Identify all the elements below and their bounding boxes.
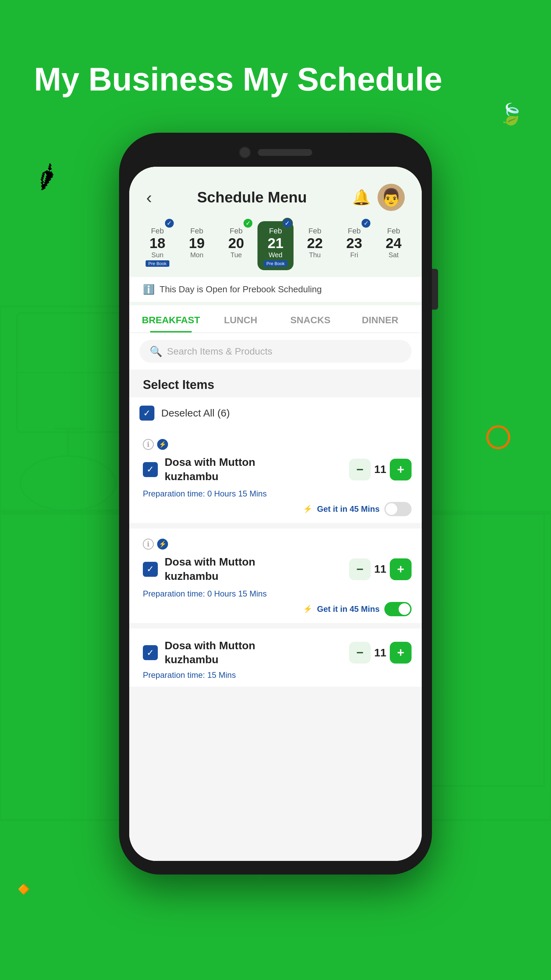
phone-speaker	[258, 149, 312, 156]
cal-check-23: ✓	[360, 218, 372, 229]
qty-minus-3[interactable]: −	[349, 642, 371, 663]
qty-minus-2[interactable]: −	[349, 558, 371, 580]
prep-time-2: Preparation time: 0 Hours 15 Mins	[140, 589, 411, 598]
cal-check-20: ✓	[243, 218, 253, 229]
app-header: ‹ Schedule Menu 🔔 👨	[129, 167, 422, 218]
orange-circle-decoration	[486, 425, 510, 449]
phone-camera	[239, 146, 251, 159]
tab-lunch[interactable]: LUNCH	[206, 305, 275, 332]
fast-flash-1: ⚡	[303, 504, 312, 514]
cal-day-24[interactable]: Feb 24 Sat	[375, 221, 411, 270]
qty-plus-1[interactable]: +	[390, 459, 411, 480]
info-icon: ℹ️	[143, 284, 155, 295]
toggle-2[interactable]	[384, 602, 411, 616]
fast-row-2: ⚡ Get it in 45 Mins	[140, 602, 411, 616]
page-title: My Business My Schedule	[34, 61, 442, 97]
item-icons-row-1: ℹ ⚡	[140, 439, 411, 450]
green-deco-top-right: 🍃	[498, 102, 524, 126]
qty-control-2: − 11 +	[349, 558, 411, 580]
qty-num-2: 11	[374, 563, 386, 576]
qty-plus-3[interactable]: +	[390, 642, 411, 663]
search-bar[interactable]: 🔍 Search Items & Products	[140, 340, 411, 363]
calendar-strip: ✓ Feb 18 Sun Pre Book Feb 19 Mon ✓ Feb 2…	[129, 218, 422, 277]
item-name-3: Dosa with Mutton kuzhambu	[165, 639, 280, 667]
item-row-1: ✓ Dosa with Mutton kuzhambu − 11 +	[140, 455, 411, 484]
app-content: ‹ Schedule Menu 🔔 👨 ✓ Feb 18 Sun Pre Boo…	[129, 167, 422, 861]
back-button[interactable]: ‹	[146, 188, 152, 207]
cal-check-21: ✓	[282, 218, 293, 229]
item-flash-icon-2: ⚡	[157, 539, 168, 550]
toggle-circle-2	[399, 603, 410, 615]
item-left-3: ✓ Dosa with Mutton kuzhambu	[143, 639, 280, 667]
fast-label-1: Get it in 45 Mins	[317, 504, 380, 514]
bell-icon[interactable]: 🔔	[352, 189, 371, 206]
tab-dinner[interactable]: DINNER	[345, 305, 415, 332]
tab-snacks[interactable]: SNACKS	[275, 305, 345, 332]
select-section: Select Items	[129, 369, 422, 398]
search-icon: 🔍	[150, 345, 162, 357]
deselect-checkbox[interactable]: ✓	[140, 406, 154, 421]
item-name-1: Dosa with Mutton kuzhambu	[165, 455, 280, 484]
info-bar: ℹ️ This Day is Open for Prebook Scheduli…	[129, 277, 422, 302]
tab-breakfast[interactable]: BREAKFAST	[136, 305, 206, 332]
qty-plus-2[interactable]: +	[390, 558, 411, 580]
phone-notch	[239, 146, 312, 159]
item-left-2: ✓ Dosa with Mutton kuzhambu	[143, 555, 280, 583]
qty-minus-1[interactable]: −	[349, 459, 371, 480]
select-title: Select Items	[143, 378, 408, 392]
cal-check-18: ✓	[164, 218, 175, 229]
phone-side-button	[432, 269, 438, 310]
svg-point-4	[21, 456, 116, 511]
meal-tabs: BREAKFAST LUNCH SNACKS DINNER	[129, 305, 422, 333]
fast-flash-2: ⚡	[303, 605, 312, 614]
header-icons: 🔔 👨	[352, 184, 405, 211]
phone-frame: ‹ Schedule Menu 🔔 👨 ✓ Feb 18 Sun Pre Boo…	[119, 133, 432, 875]
qty-control-1: − 11 +	[349, 459, 411, 480]
item-checkbox-2[interactable]: ✓	[143, 562, 158, 577]
cal-day-23[interactable]: ✓ Feb 23 Fri	[337, 221, 372, 270]
cal-day-18[interactable]: ✓ Feb 18 Sun Pre Book	[140, 221, 176, 270]
item-name-2: Dosa with Mutton kuzhambu	[165, 555, 280, 583]
item-row-2: ✓ Dosa with Mutton kuzhambu − 11 +	[140, 555, 411, 583]
item-card-3: ✓ Dosa with Mutton kuzhambu − 11 + Prepa…	[129, 628, 422, 687]
qty-control-3: − 11 +	[349, 642, 411, 663]
cal-day-22[interactable]: Feb 22 Thu	[297, 221, 333, 270]
item-left-1: ✓ Dosa with Mutton kuzhambu	[143, 455, 280, 484]
cal-day-20[interactable]: ✓ Feb 20 Tue	[218, 221, 254, 270]
info-text: This Day is Open for Prebook Scheduling	[159, 284, 322, 295]
orange-deco-bottom: 🔸	[7, 873, 41, 905]
deselect-label: Deselect All (6)	[161, 407, 230, 419]
toggle-circle-1	[386, 503, 397, 515]
prep-time-3: Preparation time: 15 Mins	[140, 667, 411, 680]
deselect-all-row[interactable]: ✓ Deselect All (6)	[129, 398, 422, 429]
item-card-1: ℹ ⚡ ✓ Dosa with Mutton kuzhambu − 11 +	[129, 429, 422, 523]
phone-screen: ‹ Schedule Menu 🔔 👨 ✓ Feb 18 Sun Pre Boo…	[129, 167, 422, 861]
item-card-2: ℹ ⚡ ✓ Dosa with Mutton kuzhambu − 11 +	[129, 528, 422, 623]
item-icons-row-2: ℹ ⚡	[140, 539, 411, 550]
qty-num-3: 11	[374, 646, 386, 659]
item-info-icon-2[interactable]: ℹ	[143, 539, 154, 550]
header-title: Schedule Menu	[197, 189, 307, 206]
item-checkbox-1[interactable]: ✓	[143, 462, 158, 477]
item-row-3: ✓ Dosa with Mutton kuzhambu − 11 +	[140, 639, 411, 667]
fast-row-1: ⚡ Get it in 45 Mins	[140, 502, 411, 516]
cal-day-21[interactable]: ✓ Feb 21 Wed Pre Book	[257, 221, 294, 270]
cal-day-19[interactable]: Feb 19 Mon	[179, 221, 215, 270]
fast-label-2: Get it in 45 Mins	[317, 605, 380, 614]
search-placeholder: Search Items & Products	[167, 346, 272, 357]
items-list: ℹ ⚡ ✓ Dosa with Mutton kuzhambu − 11 +	[129, 429, 422, 861]
item-flash-icon-1: ⚡	[157, 439, 168, 450]
toggle-1[interactable]	[384, 502, 411, 516]
item-checkbox-3[interactable]: ✓	[143, 645, 158, 660]
qty-num-1: 11	[374, 463, 386, 476]
search-wrap: 🔍 Search Items & Products	[129, 333, 422, 369]
avatar[interactable]: 👨	[378, 184, 405, 211]
prep-time-1: Preparation time: 0 Hours 15 Mins	[140, 489, 411, 498]
item-info-icon-1[interactable]: ℹ	[143, 439, 154, 450]
